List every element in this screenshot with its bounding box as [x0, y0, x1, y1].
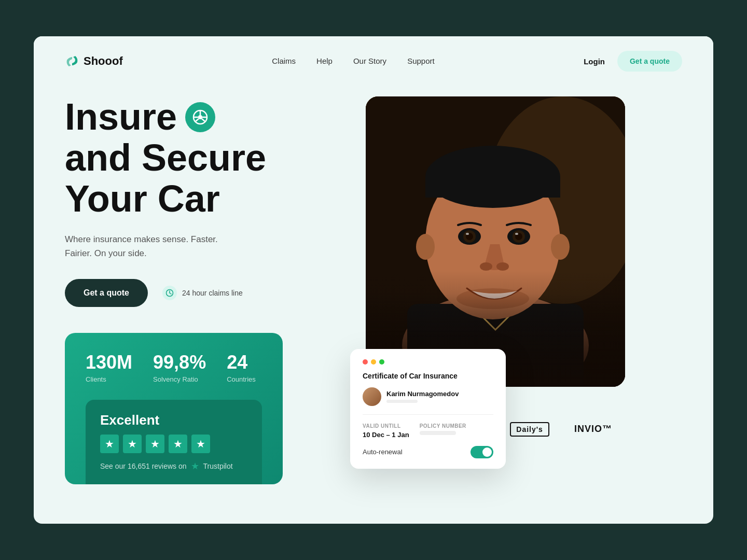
steering-wheel-icon [185, 102, 215, 132]
clock-icon [162, 286, 177, 300]
svg-point-1 [198, 115, 202, 119]
claims-line-text: 24 hour claims line [182, 289, 243, 297]
cert-renewal-row: Auto-renewal [363, 446, 493, 458]
star-4: ★ [169, 435, 187, 453]
svg-rect-17 [425, 177, 560, 198]
hero-heading-line2: and Secure [65, 137, 335, 178]
hero-heading: Insure and Secure Your [65, 96, 335, 220]
logo-text: Shooof [84, 54, 123, 68]
cert-person: Karim Nurmagomedov [363, 387, 493, 415]
certificate-card: Certificate of Car Insurance Karim Nurma… [350, 349, 506, 469]
stats-row: 130M Clients 99,8% Solvency Ratio 24 Cou… [86, 352, 262, 383]
stats-card: 130M Clients 99,8% Solvency Ratio 24 Cou… [65, 333, 283, 484]
stars-row: ★ ★ ★ ★ ★ [100, 435, 247, 453]
nav-item-claims[interactable]: Claims [272, 57, 296, 66]
stat-solvency: 99,8% Solvency Ratio [153, 352, 206, 383]
svg-line-6 [202, 119, 205, 121]
cert-valid-until: VALID UNTILL 10 Dec – 1 Jan [363, 423, 409, 439]
stat-countries: 24 Countries [227, 352, 256, 383]
nav-item-our-story[interactable]: Our Story [353, 57, 386, 66]
cert-details: VALID UNTILL 10 Dec – 1 Jan POLICY NUMBE… [363, 423, 493, 439]
star-2: ★ [123, 435, 142, 453]
brand-invio: INVIO™ [574, 424, 612, 435]
stat-solvency-value: 99,8% [153, 352, 206, 373]
svg-point-23 [466, 233, 469, 235]
svg-point-27 [515, 233, 518, 235]
stat-countries-label: Countries [227, 375, 256, 383]
nav-item-help[interactable]: Help [316, 57, 333, 66]
cert-title: Certificate of Car Insurance [363, 372, 493, 380]
nav-link-help[interactable]: Help [316, 57, 333, 65]
cert-valid-until-label: VALID UNTILL [363, 423, 409, 429]
nav-link-claims[interactable]: Claims [272, 57, 296, 65]
svg-point-30 [457, 288, 529, 309]
cert-avatar [363, 387, 381, 406]
svg-point-29 [496, 262, 509, 271]
navbar: Shooof Claims Help Our Story Support Log… [34, 36, 713, 86]
get-quote-nav-button[interactable]: Get a quote [617, 51, 682, 72]
hero-heading-line3: Your Car [65, 178, 335, 219]
cert-policy-number: POLICY NUMBER [420, 423, 466, 439]
nav-link-our-story[interactable]: Our Story [353, 57, 386, 65]
stat-countries-value: 24 [227, 352, 256, 373]
star-1: ★ [100, 435, 119, 453]
cert-policy-number-placeholder [420, 431, 456, 435]
cta-row: Get a quote 24 hour claims line [65, 279, 335, 307]
login-button[interactable]: Login [584, 57, 605, 66]
brand-dailys: Daily's [510, 422, 549, 437]
svg-line-5 [196, 119, 199, 121]
stat-clients-value: 130M [86, 352, 132, 373]
dot-red [363, 359, 368, 365]
dot-yellow [371, 359, 376, 365]
trustpilot-star-icon: ★ [191, 460, 199, 472]
logo[interactable]: Shooof [65, 54, 123, 68]
hero-image [366, 96, 625, 387]
svg-point-28 [480, 262, 492, 271]
cert-name-group: Karim Nurmagomedov [386, 390, 459, 403]
right-side: Certificate of Car Insurance Karim Nurma… [366, 96, 625, 484]
trustpilot-rating-label: Excellent [100, 412, 247, 428]
person-photo [366, 96, 625, 387]
cert-auto-renewal-label: Auto-renewal [363, 448, 403, 456]
nav-link-support[interactable]: Support [407, 57, 435, 65]
hero-heading-line1: Insure [65, 96, 335, 137]
star-5: ★ [191, 435, 210, 453]
svg-line-9 [170, 293, 171, 294]
cert-name-placeholder [386, 400, 418, 403]
stat-clients-label: Clients [86, 375, 132, 383]
cert-valid-until-value: 10 Dec – 1 Jan [363, 431, 409, 439]
svg-point-18 [416, 234, 435, 260]
auto-renewal-toggle[interactable] [471, 446, 493, 458]
nav-item-support[interactable]: Support [407, 57, 435, 66]
get-quote-main-button[interactable]: Get a quote [65, 279, 148, 307]
cert-person-name: Karim Nurmagomedov [386, 390, 459, 398]
nav-right: Login Get a quote [584, 51, 682, 72]
claims-line: 24 hour claims line [162, 286, 243, 300]
hero-subtitle: Where insurance makes sense. Faster. Fai… [65, 232, 335, 260]
trustpilot-text: See our 16,651 reviews on ★ Trustpilot [100, 460, 247, 472]
stat-solvency-label: Solvency Ratio [153, 375, 206, 383]
star-3: ★ [146, 435, 164, 453]
cert-policy-number-label: POLICY NUMBER [420, 423, 466, 429]
left-side: Insure and Secure Your [65, 96, 335, 484]
cert-window-dots [363, 359, 493, 365]
page-wrapper: Shooof Claims Help Our Story Support Log… [34, 36, 713, 524]
nav-links: Claims Help Our Story Support [272, 57, 434, 66]
dot-green [379, 359, 384, 365]
stat-clients: 130M Clients [86, 352, 132, 383]
main-content: Insure and Secure Your [34, 86, 713, 505]
svg-point-19 [551, 234, 570, 260]
logo-icon [65, 54, 79, 68]
trustpilot-card: Excellent ★ ★ ★ ★ ★ See our 16,651 revie… [86, 400, 262, 484]
